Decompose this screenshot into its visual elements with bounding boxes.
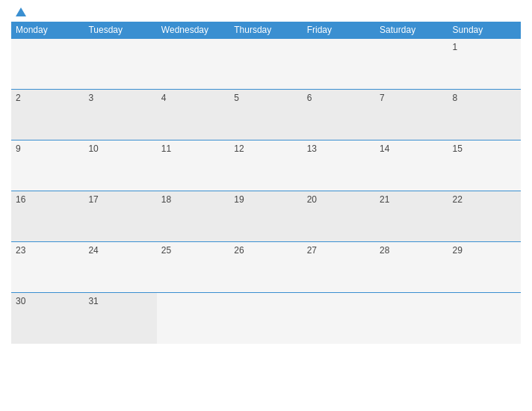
- calendar-empty-cell: [303, 293, 375, 344]
- calendar-day-21: 21: [375, 191, 448, 242]
- calendar-empty-cell: [303, 39, 375, 90]
- calendar-day-2: 2: [11, 90, 84, 140]
- weekday-header-wednesday: Wednesday: [157, 22, 229, 39]
- calendar-day-8: 8: [448, 90, 521, 140]
- calendar-day-25: 25: [157, 242, 229, 293]
- calendar-header: [11, 7, 521, 17]
- calendar-day-3: 3: [84, 90, 156, 140]
- calendar-empty-cell: [11, 39, 84, 90]
- calendar-day-27: 27: [303, 242, 375, 293]
- weekday-header-saturday: Saturday: [375, 22, 448, 39]
- calendar-week-row: 9101112131415: [11, 140, 521, 191]
- calendar-day-13: 13: [303, 140, 375, 191]
- calendar-empty-cell: [375, 39, 448, 90]
- calendar-day-1: 1: [448, 39, 521, 90]
- calendar-day-10: 10: [84, 140, 156, 191]
- weekday-header-row: MondayTuesdayWednesdayThursdayFridaySatu…: [11, 22, 521, 39]
- calendar-day-18: 18: [157, 191, 229, 242]
- calendar-day-20: 20: [303, 191, 375, 242]
- calendar-day-4: 4: [157, 90, 229, 140]
- calendar-day-15: 15: [448, 140, 521, 191]
- calendar-empty-cell: [157, 39, 229, 90]
- calendar-empty-cell: [157, 293, 229, 344]
- calendar-empty-cell: [229, 293, 302, 344]
- calendar-week-row: 23242526272829: [11, 242, 521, 293]
- calendar-empty-cell: [229, 39, 302, 90]
- weekday-header-sunday: Sunday: [448, 22, 521, 39]
- calendar-day-12: 12: [229, 140, 302, 191]
- calendar-day-24: 24: [84, 242, 156, 293]
- calendar-empty-cell: [84, 39, 156, 90]
- calendar-day-7: 7: [375, 90, 448, 140]
- weekday-header-friday: Friday: [303, 22, 375, 39]
- calendar-table: MondayTuesdayWednesdayThursdayFridaySatu…: [11, 22, 521, 344]
- calendar-day-14: 14: [375, 140, 448, 191]
- calendar-day-16: 16: [11, 191, 84, 242]
- calendar-week-row: 2345678: [11, 90, 521, 140]
- calendar-week-row: 16171819202122: [11, 191, 521, 242]
- calendar-day-28: 28: [375, 242, 448, 293]
- calendar-day-31: 31: [84, 293, 156, 344]
- calendar-day-22: 22: [448, 191, 521, 242]
- calendar-day-11: 11: [157, 140, 229, 191]
- calendar-day-9: 9: [11, 140, 84, 191]
- calendar-day-23: 23: [11, 242, 84, 293]
- calendar-week-row: 1: [11, 39, 521, 90]
- calendar-day-6: 6: [303, 90, 375, 140]
- calendar-day-19: 19: [229, 191, 302, 242]
- weekday-header-thursday: Thursday: [229, 22, 302, 39]
- calendar-day-5: 5: [229, 90, 302, 140]
- calendar-day-30: 30: [11, 293, 84, 344]
- calendar-week-row: 3031: [11, 293, 521, 344]
- calendar-empty-cell: [448, 293, 521, 344]
- calendar-day-26: 26: [229, 242, 302, 293]
- logo-triangle-icon: [16, 7, 26, 16]
- calendar-container: MondayTuesdayWednesdayThursdayFridaySatu…: [0, 0, 532, 411]
- weekday-header-monday: Monday: [11, 22, 84, 39]
- calendar-day-17: 17: [84, 191, 156, 242]
- calendar-empty-cell: [375, 293, 448, 344]
- weekday-header-tuesday: Tuesday: [84, 22, 156, 39]
- logo: [14, 7, 26, 17]
- calendar-day-29: 29: [448, 242, 521, 293]
